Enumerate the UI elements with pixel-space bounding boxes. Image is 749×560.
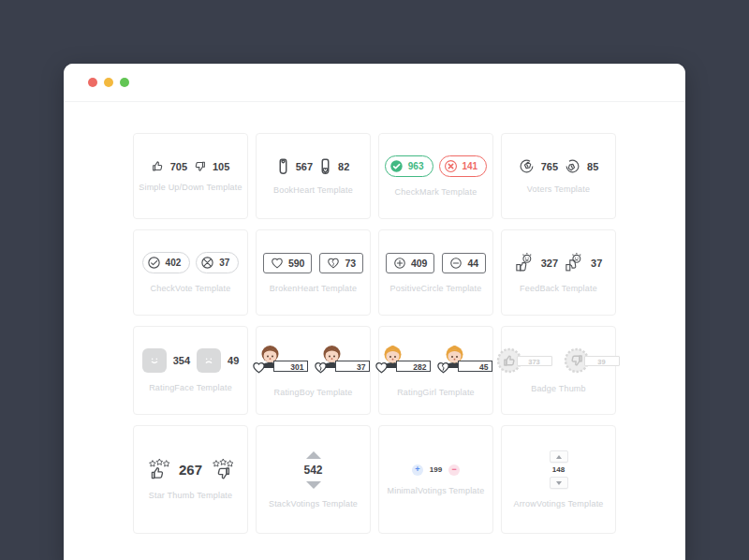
like-count-bar: 282 <box>396 361 431 372</box>
book-icon <box>277 157 289 175</box>
happy-feedback-button[interactable] <box>515 253 535 273</box>
heart-icon <box>271 257 284 270</box>
positive-feedback-count: 327 <box>541 258 558 269</box>
negative-feedback-count: 37 <box>591 258 602 269</box>
card-label: ArrowVotings Template <box>513 499 603 508</box>
star-thumb-up-button[interactable] <box>148 459 169 480</box>
upvote-count: 765 <box>541 161 558 172</box>
card-voters: 765 85 Voters Template <box>501 133 616 219</box>
downvote-button[interactable] <box>194 160 206 172</box>
card-simple-updown: 705 105 Simple Up/Down Template <box>133 133 248 219</box>
card-brokenheart: 590 73 BrokenHeart Template <box>256 229 371 316</box>
x-circle-icon <box>444 159 458 173</box>
upvote-count: 354 <box>173 355 190 366</box>
down-arrow-icon <box>556 481 562 485</box>
broken-heart-icon <box>314 361 328 375</box>
star-thumb-down-button[interactable] <box>212 459 233 480</box>
downvote-count: 44 <box>467 258 478 269</box>
downvote-count: 85 <box>587 161 598 172</box>
badge-up-count: 373 <box>517 356 552 366</box>
minimize-window-button[interactable] <box>104 78 113 87</box>
downvote-count: 49 <box>228 355 239 366</box>
star-thumb-count: 267 <box>179 462 202 478</box>
template-grid: 705 105 Simple Up/Down Template 567 <box>133 133 616 534</box>
card-ratingboy: 301 37 <box>256 326 371 415</box>
card-label: RatingGirl Template <box>397 388 475 397</box>
happy-face-thumb-icon <box>515 253 535 273</box>
minimal-minus-button[interactable]: − <box>448 464 460 476</box>
heart-icon <box>374 361 389 375</box>
minus-downvote-button[interactable]: 44 <box>442 253 486 273</box>
downvote-count: 37 <box>219 258 229 268</box>
minus-circle-icon <box>449 257 463 270</box>
card-checkvote: 402 37 CheckVote Template <box>133 229 248 316</box>
stack-upvote-arrow[interactable] <box>306 451 321 459</box>
check-upvote-button[interactable]: 963 <box>385 155 433 177</box>
card-label: RatingFace Template <box>149 383 232 392</box>
happy-face-button[interactable] <box>142 348 167 373</box>
broken-heart-downvote-button[interactable]: 73 <box>319 253 363 273</box>
book-upvote-button[interactable] <box>277 157 289 175</box>
badge-downvote-button[interactable]: 39 <box>564 347 622 374</box>
maximize-window-button[interactable] <box>120 78 129 87</box>
card-label: PositiveCircle Template <box>390 284 482 293</box>
happy-face-icon <box>147 353 162 368</box>
minimal-plus-button[interactable]: + <box>412 464 423 476</box>
cross-downvote-button[interactable]: 37 <box>196 252 239 273</box>
card-stackvotings: 542 StackVotings Template <box>256 425 371 534</box>
card-label: Simple Up/Down Template <box>139 183 242 192</box>
dislike-count-bar: 45 <box>458 361 492 372</box>
upvote-count: 705 <box>170 161 187 172</box>
star-thumb-up-icon <box>148 459 169 480</box>
card-bookheart: 567 82 BookHeart Template <box>256 133 371 219</box>
card-arrowvotings: 148 ArrowVotings Template <box>501 425 616 534</box>
plus-upvote-button[interactable]: 409 <box>386 253 435 273</box>
sad-face-thumb-icon <box>565 253 584 273</box>
up-arrow-icon <box>556 455 562 459</box>
downvote-count: 141 <box>463 161 478 171</box>
close-window-button[interactable] <box>88 78 97 87</box>
card-label: FeedBack Template <box>520 284 597 293</box>
browser-window: 705 105 Simple Up/Down Template 567 <box>64 64 685 560</box>
arrow-upvote-button[interactable] <box>550 450 568 463</box>
upvote-count: 567 <box>296 161 313 172</box>
arrow-downvote-button[interactable] <box>550 477 568 489</box>
book-downvote-button[interactable] <box>319 157 331 175</box>
stack-vote-count: 542 <box>303 464 322 477</box>
card-label: Star Thumb Template <box>149 491 233 500</box>
check-circle-icon <box>389 159 404 173</box>
like-count-bar: 301 <box>273 361 308 372</box>
card-badgethumb: 373 39 Badge Thumb <box>501 326 616 415</box>
upvote-count: 590 <box>288 258 305 269</box>
voter-upvote-button[interactable] <box>519 158 535 174</box>
downvote-count: 82 <box>338 161 349 172</box>
badge-down-count: 39 <box>584 356 620 366</box>
broken-heart-icon <box>436 361 450 375</box>
cross-downvote-button[interactable]: 141 <box>439 155 488 177</box>
star-thumb-down-icon <box>212 459 233 480</box>
card-positivecircle: 409 44 PositiveCircle Template <box>378 229 493 316</box>
stack-downvote-arrow[interactable] <box>306 481 321 489</box>
upvote-count: 402 <box>166 258 182 268</box>
badge-upvote-button[interactable]: 373 <box>496 347 554 374</box>
card-label: MinimalVotings Template <box>388 486 485 495</box>
check-upvote-button[interactable]: 402 <box>142 252 191 273</box>
sad-feedback-button[interactable] <box>565 253 584 273</box>
girl-like-button[interactable]: 282 <box>376 345 434 377</box>
upvote-button[interactable] <box>152 160 164 172</box>
downvote-count: 105 <box>213 161 229 172</box>
plus-circle-icon <box>393 257 406 270</box>
sad-face-icon <box>201 353 216 368</box>
heart-icon <box>252 361 266 375</box>
girl-dislike-button[interactable]: 45 <box>438 345 496 377</box>
sad-face-button[interactable] <box>197 348 221 373</box>
check-circle-icon <box>147 256 161 270</box>
boy-like-button[interactable]: 301 <box>254 345 312 377</box>
boy-dislike-button[interactable]: 37 <box>316 345 374 377</box>
upvote-count: 963 <box>408 161 424 171</box>
heart-upvote-button[interactable]: 590 <box>263 253 313 273</box>
card-label: RatingBoy Template <box>274 388 353 397</box>
card-checkmark: 963 141 CheckMark Template <box>378 133 493 219</box>
voter-downvote-button[interactable] <box>565 158 580 174</box>
broken-heart-icon <box>327 257 340 270</box>
